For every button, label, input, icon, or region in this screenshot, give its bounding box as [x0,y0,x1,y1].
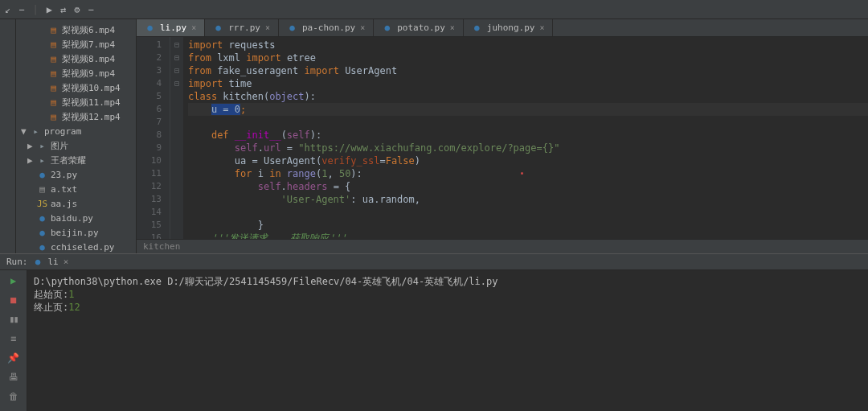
tree-item[interactable]: ▶▸图片 [16,138,136,153]
code-line[interactable]: for i in range(1, 50): [188,167,868,180]
py-icon: ● [37,242,47,253]
close-icon[interactable]: × [191,23,196,32]
mp4-icon: ▤ [48,39,59,50]
pin-icon[interactable]: 📌 [7,352,19,364]
file-label: 梨视频6.mp4 [62,24,115,36]
code-line[interactable]: u = 0; [188,103,868,116]
pause-icon[interactable]: ▮▮ [9,314,17,325]
code-line[interactable]: from lxml import etree [188,51,868,64]
python-icon: ● [33,257,43,267]
code-content[interactable]: import requestsfrom lxml import etreefro… [183,37,868,239]
folder-icon: ▸ [37,155,47,166]
trash-icon[interactable]: 🗑 [9,391,18,402]
project-tree[interactable]: ▤梨视频6.mp4▤梨视频7.mp4▤梨视频8.mp4▤梨视频9.mp4▤梨视频… [16,19,137,253]
code-line[interactable]: } [188,219,868,232]
tree-item[interactable]: JSaa.js [16,196,136,211]
folder-icon: ▸ [31,126,41,137]
close-icon[interactable]: × [265,23,270,32]
tree-item[interactable]: ▶▸王者荣耀 [16,153,136,167]
code-line[interactable] [188,116,868,129]
run-task-name: li [48,257,59,267]
mp4-icon: ▤ [48,83,59,93]
minus-icon[interactable]: − [18,4,24,15]
tree-item[interactable]: ▤梨视频12.mp4 [16,109,136,124]
tree-item[interactable]: ▤a.txt [16,182,136,196]
file-label: 梨视频10.mp4 [62,82,121,94]
tab-label: potato.py [397,23,445,33]
py-icon: ● [37,228,47,238]
code-line[interactable]: self.headers = { [188,180,868,193]
hide-icon[interactable]: − [88,4,93,15]
tree-item[interactable]: ●cchiseled.py [16,240,136,253]
close-icon[interactable]: × [539,23,544,32]
run-label: Run: [6,257,28,267]
py-icon: ● [37,170,47,180]
tree-item[interactable]: ▼▸program [16,124,136,138]
code-line[interactable]: import time [188,77,868,90]
code-line[interactable]: def __init__(self): [188,129,868,142]
code-line[interactable]: from fake_useragent import UserAgent [188,64,868,77]
mp4-icon: ▤ [48,68,59,79]
file-label: aa.js [51,199,77,209]
file-label: 23.py [51,170,77,180]
mp4-icon: ▤ [48,112,59,122]
tab-juhong-py[interactable]: ●juhong.py× [464,19,554,36]
tab-label: pa-chon.py [302,23,355,33]
close-icon[interactable]: × [450,23,455,32]
code-line[interactable]: import requests [188,39,868,51]
rerun-icon[interactable]: ▶ [10,275,16,286]
js-icon: JS [37,199,47,209]
file-label: baidu.py [51,213,93,224]
file-label: 梨视频9.mp4 [62,68,115,80]
console-output[interactable]: D:\python38\python.exe D:/聊天记录/254114545… [27,270,868,411]
py-icon: ● [37,213,47,224]
warning-dot [521,172,523,175]
sort-icon[interactable]: ⇄ [60,4,66,15]
close-icon[interactable]: × [63,257,69,267]
tree-item[interactable]: ▤梨视频6.mp4 [16,23,136,37]
left-rail [0,19,16,253]
code-line[interactable]: class kitchen(object): [188,90,868,103]
tab-label: rrr.py [228,23,260,33]
code-line[interactable]: self.url = "https://www.xiachufang.com/e… [188,142,868,154]
file-label: beijin.py [51,228,99,238]
python-icon: ● [287,23,297,33]
collapse-icon[interactable]: ↙ [5,4,10,15]
stepover-icon[interactable]: ≡ [10,333,16,344]
run-panel: Run: ● li × ▶ ■ ▮▮ ≡ 📌 🖶 🗑 D:\python38\p… [0,253,868,411]
tree-item[interactable]: ▤梨视频11.mp4 [16,95,136,109]
code-line[interactable]: '''发送请求 获取响应''' [188,232,868,239]
tree-item[interactable]: ▤梨视频9.mp4 [16,66,136,80]
tree-item[interactable]: ●23.py [16,167,136,182]
stop-icon[interactable]: ■ [10,294,16,306]
txt-icon: ▤ [37,184,47,195]
breadcrumb[interactable]: kitchen [137,239,868,253]
print-icon[interactable]: 🖶 [9,372,18,383]
file-label: cchiseled.py [51,242,114,253]
code-editor[interactable]: 12345678910111213141516171819 ⊟⊟⊟⊟ impor… [137,37,868,239]
code-line[interactable]: 'User-Agent': ua.random, [188,193,868,206]
tree-item[interactable]: ▤梨视频7.mp4 [16,37,136,51]
tab-potato-py[interactable]: ●potato.py× [374,19,464,36]
close-icon[interactable]: × [360,23,365,32]
tree-item[interactable]: ●beijin.py [16,225,136,240]
run-gutter: ▶ ■ ▮▮ ≡ 📌 🖶 🗑 [0,270,27,411]
gear-icon[interactable]: ⚙ [74,4,80,15]
code-line[interactable] [188,206,868,219]
file-label: a.txt [51,184,77,195]
file-label: 王者荣耀 [51,154,86,166]
tree-item[interactable]: ▤梨视频10.mp4 [16,80,136,95]
tab-li-py[interactable]: ●li.py× [137,19,205,36]
tab-pa-chon-py[interactable]: ●pa-chon.py× [279,19,374,36]
fold-gutter[interactable]: ⊟⊟⊟⊟ [170,37,183,239]
mp4-icon: ▤ [48,97,59,108]
mp4-icon: ▤ [48,25,59,35]
file-label: program [44,126,81,137]
python-icon: ● [382,23,392,33]
target-icon[interactable]: ▶ [47,4,52,15]
tab-rrr-py[interactable]: ●rrr.py× [205,19,279,36]
tree-item[interactable]: ▤梨视频8.mp4 [16,51,136,66]
mp4-icon: ▤ [48,54,59,64]
tree-item[interactable]: ●baidu.py [16,211,136,225]
code-line[interactable]: ua = UserAgent(verify_ssl=False) [188,154,868,167]
